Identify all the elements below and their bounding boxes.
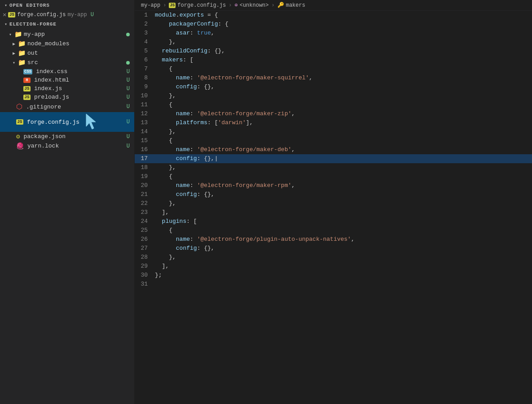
index-html-badge: U: [127, 77, 130, 83]
explorer-label: ELECTION-FORGE: [9, 22, 57, 27]
code-line-27: 27 config: {},: [135, 244, 532, 253]
code-line-14: 14 },: [135, 127, 532, 136]
code-line-29: 29 ],: [135, 262, 532, 271]
code-line-22: 22 },: [135, 199, 532, 208]
code-line-7: 7 {: [135, 65, 532, 74]
tree-item-index-css[interactable]: CSS index.css U: [0, 67, 134, 76]
code-line-12: 12 name: '@electron-forge/maker-zip',: [135, 109, 532, 118]
preload-js-name: preload.js: [34, 94, 69, 100]
code-line-31: 31: [135, 280, 532, 289]
svg-marker-0: [86, 114, 96, 129]
code-editor[interactable]: 1 module.exports = { 2 packagerConfig: {…: [135, 11, 532, 404]
gitignore-name: .gitignore: [26, 104, 61, 110]
code-line-5: 5 rebuildConfig: {},: [135, 47, 532, 56]
breadcrumb: my-app › JS forge.config.js › ⊕ <unknown…: [135, 0, 532, 11]
node-modules-name: node_modules: [27, 40, 70, 47]
yarn-lock-badge: U: [127, 143, 130, 149]
root-folder-icon: 📁: [14, 30, 22, 38]
yarn-lock-icon: 🧶: [16, 142, 24, 150]
forge-config-badge: U: [127, 119, 130, 125]
breadcrumb-makers-icon: 🔑: [277, 2, 284, 9]
code-line-8: 8 name: '@electron-forge/maker-squirrel'…: [135, 74, 532, 83]
out-name: out: [27, 50, 38, 56]
package-json-badge: U: [127, 134, 130, 140]
gitignore-badge: U: [127, 104, 130, 110]
explorer-header[interactable]: ▾ ELECTION-FORGE: [0, 19, 134, 30]
index-css-badge: U: [127, 69, 130, 75]
src-folder-icon: 📁: [18, 59, 26, 66]
breadcrumb-unknown-icon: ⊕: [234, 2, 237, 9]
code-line-24: 24 plugins: [: [135, 217, 532, 226]
open-editors-label: OPEN EDITORS: [9, 3, 50, 8]
cursor-arrow-icon: [84, 113, 97, 131]
open-file-name: forge.config.js: [17, 12, 66, 18]
breadcrumb-app: my-app: [141, 2, 160, 9]
node-modules-folder-icon: 📁: [18, 40, 26, 48]
index-css-name: index.css: [36, 68, 67, 75]
breadcrumb-js-icon: JS: [169, 3, 176, 8]
tree-item-preload-js[interactable]: JS preload.js U: [0, 93, 134, 101]
js-icon: JS: [23, 86, 31, 91]
src-chevron: ▾: [13, 60, 15, 65]
git-icon: ⬡: [16, 102, 22, 111]
forge-config-js-icon: JS: [16, 119, 23, 125]
code-line-3: 3 asar: true,: [135, 29, 532, 38]
open-editors-header: ▾ OPEN EDITORS: [0, 0, 134, 11]
breadcrumb-sep-3: ›: [272, 2, 275, 9]
code-line-10: 10 },: [135, 91, 532, 100]
tree-item-yarn-lock[interactable]: 🧶 yarn.lock U: [0, 141, 134, 151]
tree-item-forge-config[interactable]: JS forge.config.js U: [0, 112, 134, 132]
breadcrumb-symbol: makers: [286, 2, 305, 9]
code-line-4: 4 },: [135, 38, 532, 47]
code-line-2: 2 packagerConfig: {: [135, 20, 532, 29]
out-chevron: ▶: [13, 51, 15, 56]
breadcrumb-sep-1: ›: [163, 2, 166, 9]
src-dot: [126, 61, 130, 65]
breadcrumb-file: forge.config.js: [177, 2, 226, 9]
html-icon: H: [23, 78, 31, 83]
tree-item-src[interactable]: ▾ 📁 src: [0, 58, 134, 67]
code-line-23: 23 ],: [135, 208, 532, 217]
out-folder-icon: 📁: [18, 49, 26, 57]
tree-item-gitignore[interactable]: ⬡ .gitignore U: [0, 101, 134, 112]
root-chevron: ▾: [9, 32, 12, 37]
code-line-6: 6 makers: [: [135, 56, 532, 65]
node-modules-chevron: ▶: [13, 41, 15, 47]
preload-js-icon: JS: [23, 95, 31, 100]
code-line-30: 30 };: [135, 271, 532, 280]
tree-item-out[interactable]: ▶ 📁 out: [0, 48, 134, 58]
tree-item-package-json[interactable]: ⚙ package.json U: [0, 132, 134, 141]
code-line-21: 21 config: {},: [135, 190, 532, 199]
tree-item-index-html[interactable]: H index.html U: [0, 76, 134, 84]
main-editor: my-app › JS forge.config.js › ⊕ <unknown…: [135, 0, 532, 404]
css-icon: CSS: [23, 69, 32, 74]
tree-root[interactable]: ▾ 📁 my-app: [0, 30, 134, 39]
code-line-20: 20 name: '@electron-forge/maker-rpm',: [135, 181, 532, 190]
forge-config-name: forge.config.js: [27, 119, 79, 126]
js-file-icon: JS: [8, 12, 15, 17]
code-line-19: 19 {: [135, 172, 532, 181]
code-line-1: 1 module.exports = {: [135, 11, 532, 20]
code-line-9: 9 config: {},: [135, 83, 532, 91]
root-folder-name: my-app: [24, 31, 45, 38]
sidebar: ▾ OPEN EDITORS ✕ JS forge.config.js my-a…: [0, 0, 135, 404]
open-editor-item[interactable]: ✕ JS forge.config.js my-app U: [0, 11, 134, 19]
tree-item-index-js[interactable]: JS index.js U: [0, 84, 134, 93]
code-line-16: 16 name: '@electron-forge/maker-deb',: [135, 145, 532, 154]
open-file-tag: my-app: [67, 12, 87, 18]
index-html-name: index.html: [34, 77, 69, 83]
code-line-26: 26 name: '@electron-forge/plugin-auto-un…: [135, 235, 532, 244]
tree-item-node-modules[interactable]: ▶ 📁 node_modules: [0, 39, 134, 48]
code-line-11: 11 {: [135, 100, 532, 109]
preload-js-badge: U: [127, 94, 130, 100]
yarn-lock-name: yarn.lock: [27, 143, 59, 149]
package-json-name: package.json: [23, 133, 66, 140]
code-line-13: 13 platforms: ['darwin'],: [135, 118, 532, 127]
breadcrumb-sep-2: ›: [229, 2, 232, 9]
code-line-25: 25 {: [135, 226, 532, 235]
explorer-chevron: ▾: [4, 22, 8, 27]
index-js-badge: U: [127, 86, 130, 92]
close-icon[interactable]: ✕: [3, 12, 6, 18]
open-editors-chevron: ▾: [4, 3, 8, 8]
breadcrumb-unknown: <unknown>: [240, 2, 269, 9]
